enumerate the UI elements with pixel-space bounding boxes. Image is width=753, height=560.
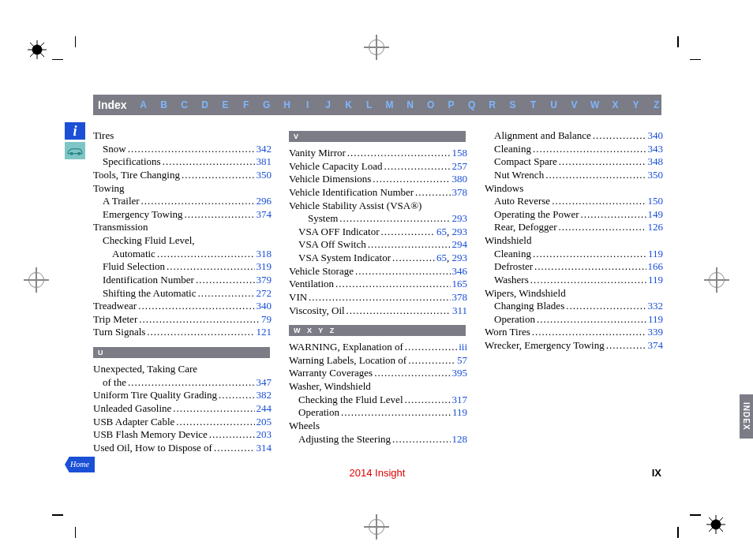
alpha-link-a[interactable]: A	[133, 99, 154, 110]
alpha-link-w[interactable]: W	[585, 99, 605, 110]
page-link[interactable]: 342	[257, 143, 272, 156]
page-link[interactable]: 395	[452, 367, 468, 380]
page-link[interactable]: 374	[648, 339, 664, 353]
page-link[interactable]: 57	[457, 354, 467, 368]
alpha-link-m[interactable]: M	[380, 99, 400, 110]
index-title: Index	[98, 99, 127, 111]
page-link[interactable]: 65, 293	[436, 226, 467, 239]
page-link[interactable]: iii	[459, 341, 467, 354]
index-entry: Nut Wrench350	[485, 169, 663, 182]
page-link[interactable]: 380	[452, 173, 468, 186]
page-link[interactable]: 119	[648, 313, 663, 327]
alpha-link-f[interactable]: F	[236, 99, 257, 110]
registration-mark-icon	[27, 271, 46, 289]
page-link[interactable]: 205	[257, 416, 272, 429]
page-link[interactable]: 119	[648, 248, 663, 261]
leader-dots	[559, 155, 646, 169]
page-link[interactable]: 294	[452, 238, 468, 252]
alpha-link-y[interactable]: Y	[626, 99, 646, 110]
index-entry: Checking the Fluid Level317	[289, 394, 467, 407]
entry-label: Viscosity, Oil	[289, 304, 345, 318]
entry-label: Specifications	[103, 155, 161, 169]
leader-dots	[545, 169, 646, 182]
car-icon[interactable]	[65, 142, 85, 159]
info-icon[interactable]: i	[65, 122, 85, 140]
page-link[interactable]: 350	[648, 169, 664, 182]
page-link[interactable]: 317	[452, 394, 468, 407]
page-link[interactable]: 382	[257, 389, 272, 402]
page-link[interactable]: 314	[257, 442, 272, 455]
alpha-link-b[interactable]: B	[154, 99, 174, 110]
page-link[interactable]: 150	[648, 195, 664, 208]
page-link[interactable]: 346	[452, 265, 468, 278]
alpha-link-c[interactable]: C	[174, 99, 195, 110]
alpha-link-k[interactable]: K	[339, 99, 359, 110]
page-link[interactable]: 381	[257, 155, 272, 169]
alpha-link-r[interactable]: R	[482, 99, 503, 110]
page-link[interactable]: 332	[648, 300, 664, 313]
page-link[interactable]: 374	[257, 208, 272, 222]
page-link[interactable]: 343	[648, 143, 664, 156]
page-link[interactable]: 347	[257, 376, 272, 390]
alpha-link-s[interactable]: S	[503, 99, 523, 110]
alpha-link-e[interactable]: E	[215, 99, 236, 110]
page-link[interactable]: 165	[452, 278, 468, 291]
page-link[interactable]: 340	[648, 129, 664, 143]
entry-label: Snow	[103, 143, 126, 156]
page-link[interactable]: 126	[648, 221, 664, 234]
page-link[interactable]: 319	[257, 260, 272, 274]
entry-label: Windows	[485, 182, 523, 196]
page-link[interactable]: 378	[452, 291, 468, 304]
index-header-bar: Index ABCDEFGHIJKLMNOPQRSTUVWXYZ	[93, 95, 661, 115]
page-link[interactable]: 119	[648, 274, 663, 287]
alpha-link-i[interactable]: I	[298, 99, 318, 110]
page-link[interactable]: 379	[257, 274, 272, 287]
page-link[interactable]: 166	[648, 260, 664, 274]
alpha-link-d[interactable]: D	[195, 99, 215, 110]
alpha-link-g[interactable]: G	[257, 99, 277, 110]
page-link[interactable]: 149	[648, 208, 664, 222]
page-link[interactable]: 65, 293	[436, 252, 467, 265]
alpha-link-u[interactable]: U	[544, 99, 564, 110]
page-link[interactable]: 339	[648, 326, 664, 339]
index-entry: Operation119	[485, 313, 663, 327]
leader-dots	[309, 291, 450, 304]
alpha-link-z[interactable]: Z	[646, 99, 667, 110]
page-link[interactable]: 158	[452, 147, 468, 160]
page-link[interactable]: 121	[257, 326, 272, 339]
page-link[interactable]: 311	[452, 304, 467, 318]
alpha-link-o[interactable]: O	[421, 99, 441, 110]
home-button[interactable]: Home	[65, 457, 95, 472]
page-link[interactable]: 340	[257, 300, 272, 313]
page-link[interactable]: 257	[452, 160, 468, 174]
alpha-link-h[interactable]: H	[277, 99, 298, 110]
page-link[interactable]: 296	[257, 195, 272, 208]
leader-dots	[209, 428, 255, 442]
index-entry: Windows	[485, 182, 663, 196]
alpha-link-x[interactable]: X	[605, 99, 626, 110]
entry-label: Worn Tires	[485, 326, 530, 339]
page-link[interactable]: 119	[452, 406, 467, 420]
page-link[interactable]: 203	[257, 428, 272, 442]
page-link[interactable]: 244	[257, 402, 272, 416]
home-button-label: Home	[70, 460, 89, 469]
alpha-link-t[interactable]: T	[523, 99, 544, 110]
alpha-link-v[interactable]: V	[564, 99, 585, 110]
alpha-link-q[interactable]: Q	[462, 99, 482, 110]
entry-label: VSA Off Switch	[298, 238, 366, 252]
alpha-link-l[interactable]: L	[359, 99, 380, 110]
page-link[interactable]: 79	[261, 313, 272, 327]
page-link[interactable]: 378	[452, 186, 468, 200]
entry-label: Washer, Windshield	[289, 380, 371, 394]
alpha-link-p[interactable]: P	[441, 99, 462, 110]
alpha-link-n[interactable]: N	[400, 99, 421, 110]
page-link[interactable]: 293	[452, 212, 468, 226]
alpha-link-j[interactable]: J	[318, 99, 339, 110]
page-link[interactable]: 128	[452, 433, 468, 446]
page-link[interactable]: 318	[257, 248, 272, 261]
index-entry: Operating the Power149	[485, 208, 663, 222]
page-link[interactable]: 350	[257, 169, 272, 182]
page-link[interactable]: 272	[257, 287, 272, 301]
page-link[interactable]: 348	[648, 155, 664, 169]
entry-label: Operation	[298, 406, 339, 420]
